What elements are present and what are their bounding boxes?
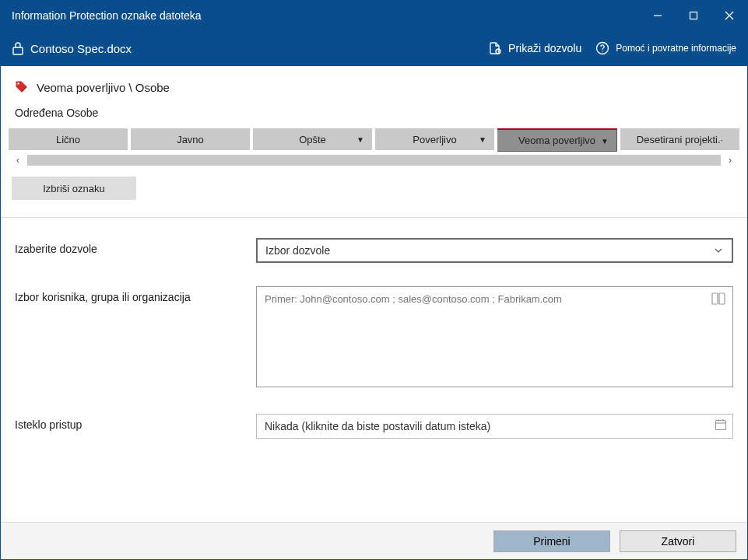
permissions-value: Izbor dozvole <box>265 244 330 257</box>
calendar-button[interactable] <box>715 418 727 434</box>
permissions-combo[interactable]: Izbor dozvole <box>256 238 733 263</box>
tab-label: Opšte <box>299 134 326 145</box>
tab-javno[interactable]: Javno <box>131 128 250 150</box>
users-input[interactable] <box>256 286 733 387</box>
tab-licno[interactable]: Lično <box>9 128 128 150</box>
minimize-icon <box>653 11 662 20</box>
tab-opste[interactable]: Opšte ▼ <box>253 128 372 150</box>
address-book-icon <box>711 292 725 305</box>
close-button[interactable]: Zatvori <box>620 530 736 552</box>
apply-button[interactable]: Primeni <box>493 530 610 552</box>
tab-poverljivo[interactable]: Poverljivo ▼ <box>375 128 494 150</box>
show-permission-button[interactable]: Prikaži dozvolu <box>488 41 581 55</box>
close-window-button[interactable] <box>711 1 747 30</box>
tab-label: Veoma poverljivo <box>518 135 595 146</box>
window-title: Information Protection oznake datoteka <box>12 9 640 22</box>
body-area: Veoma poverljivo \ Osobe Određena Osobe … <box>1 66 747 559</box>
expire-label: Isteklo pristup <box>15 414 248 431</box>
breadcrumb-text: Veoma poverljivo \ Osobe <box>37 81 170 94</box>
users-label: Izbor korisnika, grupa ili organizacija <box>15 286 248 303</box>
svg-rect-1 <box>690 12 697 19</box>
tab-veoma-poverljivo[interactable]: Veoma poverljivo ▼ <box>497 128 617 152</box>
tab-label: Lično <box>56 134 80 145</box>
permission-icon <box>488 41 502 55</box>
tab-desetirani-projekti[interactable]: Desetirani projekti.· <box>620 128 739 150</box>
delete-label-button[interactable]: Izbriši oznaku <box>12 177 136 200</box>
help-button[interactable]: Pomoć i povratne informacije <box>595 41 736 55</box>
document-name: Contoso Spec.docx <box>30 42 132 55</box>
section-title: Određena Osobe <box>1 105 747 128</box>
svg-rect-10 <box>719 293 725 304</box>
breadcrumb: Veoma poverljivo \ Osobe <box>1 77 747 105</box>
tag-icon <box>15 80 29 94</box>
help-label: Pomoć i povratne informacije <box>616 43 736 54</box>
permissions-label: Izaberite dozvole <box>15 238 248 255</box>
permissions-form: Izaberite dozvole Izbor dozvole Izbor ko… <box>1 218 747 446</box>
tab-label: Javno <box>177 134 204 145</box>
title-bar: Information Protection oznake datoteka <box>1 1 747 30</box>
chevron-down-icon: ▼ <box>601 136 609 145</box>
expire-field-wrap: Nikada (kliknite da biste postavili datu… <box>256 414 733 439</box>
tab-label: Desetirani projekti.· <box>637 134 723 145</box>
svg-rect-11 <box>716 421 726 430</box>
show-permission-label: Prikaži dozvolu <box>508 42 581 54</box>
scroll-right-button[interactable]: › <box>721 155 739 166</box>
scroll-left-button[interactable]: ‹ <box>9 155 27 166</box>
svg-point-8 <box>17 82 19 84</box>
chevron-down-icon: ▼ <box>356 135 364 144</box>
minimize-button[interactable] <box>640 1 676 30</box>
svg-point-7 <box>602 51 603 52</box>
maximize-icon <box>689 11 698 20</box>
help-icon <box>595 41 609 55</box>
users-field-wrap <box>256 286 733 390</box>
svg-rect-4 <box>13 47 23 54</box>
ribbon-bar: Contoso Spec.docx Prikaži dozvolu Pomoć … <box>1 30 747 66</box>
calendar-icon <box>715 418 727 431</box>
lock-icon <box>12 41 24 55</box>
address-book-button[interactable] <box>711 292 725 308</box>
tab-scroller: ‹ › <box>9 155 739 166</box>
svg-rect-9 <box>712 293 718 304</box>
tab-label: Poverljivo <box>413 134 456 145</box>
footer-bar: Primeni Zatvori <box>1 522 747 559</box>
app-window: Information Protection oznake datoteka C… <box>0 0 748 560</box>
close-icon <box>725 11 734 20</box>
scroll-track[interactable] <box>27 155 721 166</box>
expire-value: Nikada (kliknite da biste postavili datu… <box>265 420 490 432</box>
classification-tabs: Lično Javno Opšte ▼ Poverljivo ▼ Veoma p… <box>9 128 739 152</box>
expire-input[interactable]: Nikada (kliknite da biste postavili datu… <box>256 414 733 439</box>
chevron-down-icon: ▼ <box>479 135 486 144</box>
document-info: Contoso Spec.docx <box>12 41 474 55</box>
chevron-down-icon <box>713 245 724 256</box>
spacer <box>1 446 747 522</box>
maximize-button[interactable] <box>676 1 711 30</box>
